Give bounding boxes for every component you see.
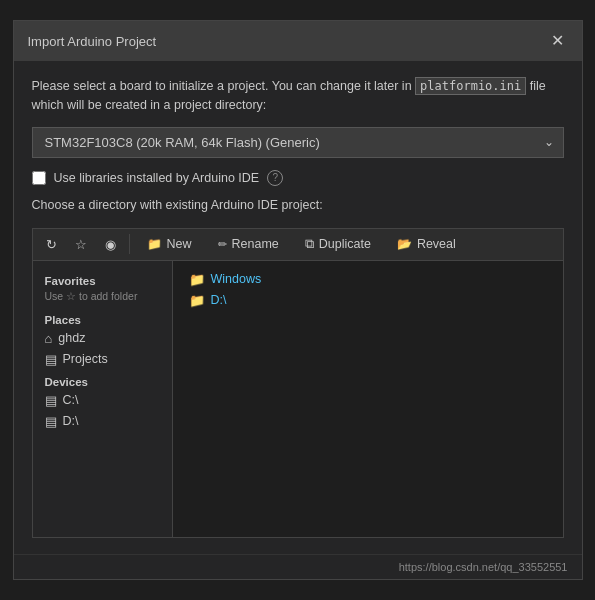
file-icon: ▤ — [45, 352, 57, 367]
import-dialog: Import Arduino Project ✕ Please select a… — [13, 20, 583, 580]
dialog-body: Please select a board to initialize a pr… — [14, 61, 582, 554]
favorites-hint: Use ☆ to add folder — [33, 289, 172, 308]
duplicate-button[interactable]: ⧉ Duplicate — [294, 233, 382, 256]
sidebar-label-d: D:\ — [63, 414, 79, 428]
rename-icon: ✏ — [218, 238, 227, 251]
places-title: Places — [33, 308, 172, 328]
folder-item-windows[interactable]: 📁 Windows — [185, 269, 551, 290]
drive-icon-d: ▤ — [45, 414, 57, 429]
new-button[interactable]: 📁 New — [136, 233, 203, 255]
board-dropdown-container: STM32F103C8 (20k RAM, 64k Flash) (Generi… — [32, 127, 564, 158]
star-button[interactable]: ☆ — [68, 233, 94, 256]
new-label: New — [167, 237, 192, 251]
eye-button[interactable]: ◉ — [98, 233, 123, 256]
reveal-label: Reveal — [417, 237, 456, 251]
browser-content: Favorites Use ☆ to add folder Places ⌂ g… — [33, 261, 563, 538]
home-icon: ⌂ — [45, 331, 53, 346]
duplicate-icon: ⧉ — [305, 237, 314, 252]
file-browser: ↻ ☆ ◉ 📁 New ✏ Rename ⧉ — [32, 228, 564, 539]
star-icon: ☆ — [75, 237, 87, 252]
devices-title: Devices — [33, 370, 172, 390]
board-dropdown[interactable]: STM32F103C8 (20k RAM, 64k Flash) (Generi… — [32, 127, 564, 158]
sidebar-label-projects: Projects — [63, 352, 108, 366]
libraries-checkbox-row: Use libraries installed by Arduino IDE ? — [32, 170, 564, 186]
sidebar-label-c: C:\ — [63, 393, 79, 407]
toolbar-separator-1 — [129, 234, 130, 254]
libraries-checkbox[interactable] — [32, 171, 46, 185]
directory-label: Choose a directory with existing Arduino… — [32, 198, 564, 212]
checkbox-label: Use libraries installed by Arduino IDE — [54, 171, 260, 185]
sidebar-label-ghdz: ghdz — [58, 331, 85, 345]
drive-icon-c: ▤ — [45, 393, 57, 408]
rename-button[interactable]: ✏ Rename — [207, 233, 290, 255]
favorites-title: Favorites — [33, 269, 172, 289]
sidebar-item-c-drive[interactable]: ▤ C:\ — [33, 390, 172, 411]
folder-label-windows: Windows — [211, 272, 262, 286]
description-text: Please select a board to initialize a pr… — [32, 77, 564, 115]
sidebar-item-d-drive[interactable]: ▤ D:\ — [33, 411, 172, 432]
footer-url: https://blog.csdn.net/qq_33552551 — [14, 554, 582, 579]
sidebar-item-projects[interactable]: ▤ Projects — [33, 349, 172, 370]
board-dropdown-value: STM32F103C8 (20k RAM, 64k Flash) (Generi… — [45, 135, 320, 150]
reveal-button[interactable]: 📂 Reveal — [386, 233, 467, 255]
desc-text1: Please select a board to initialize a pr… — [32, 79, 416, 93]
eye-icon: ◉ — [105, 237, 116, 252]
folder-item-d[interactable]: 📁 D:\ — [185, 290, 551, 311]
browser-toolbar: ↻ ☆ ◉ 📁 New ✏ Rename ⧉ — [33, 229, 563, 261]
main-panel: 📁 Windows 📁 D:\ — [173, 261, 563, 538]
title-bar: Import Arduino Project ✕ — [14, 21, 582, 61]
refresh-button[interactable]: ↻ — [39, 233, 64, 256]
refresh-icon: ↻ — [46, 237, 57, 252]
browser-sidebar: Favorites Use ☆ to add folder Places ⌂ g… — [33, 261, 173, 538]
folder-icon-d: 📁 — [189, 293, 205, 308]
rename-label: Rename — [232, 237, 279, 251]
dialog-title: Import Arduino Project — [28, 34, 157, 49]
folder-icon-windows: 📁 — [189, 272, 205, 287]
sidebar-item-ghdz[interactable]: ⌂ ghdz — [33, 328, 172, 349]
platformio-badge: platformio.ini — [415, 77, 526, 95]
new-folder-icon: 📁 — [147, 237, 162, 251]
close-button[interactable]: ✕ — [547, 31, 568, 51]
reveal-icon: 📂 — [397, 237, 412, 251]
help-icon[interactable]: ? — [267, 170, 283, 186]
folder-label-d: D:\ — [211, 293, 227, 307]
duplicate-label: Duplicate — [319, 237, 371, 251]
